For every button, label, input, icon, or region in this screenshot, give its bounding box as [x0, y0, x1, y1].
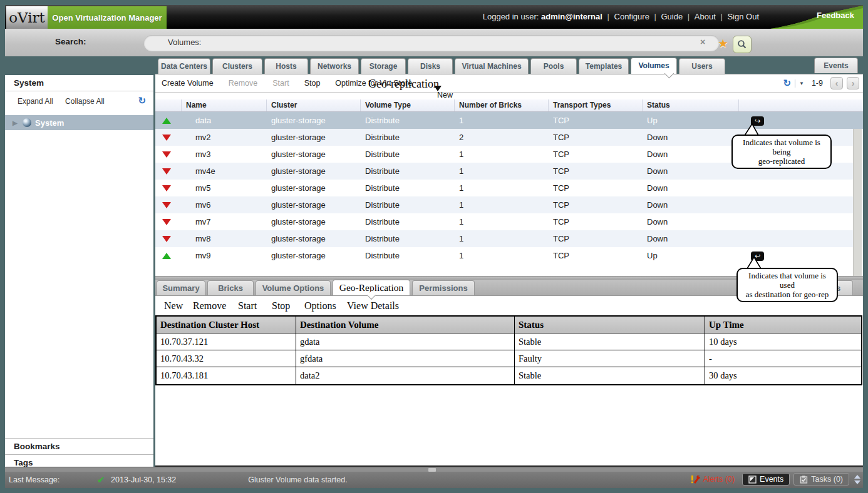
expand-all-link[interactable]: Expand All — [18, 97, 53, 106]
tree-refresh-icon[interactable]: ↻ — [138, 95, 146, 106]
volume-down-arrow-icon — [162, 219, 171, 225]
prev-page-button[interactable]: ‹ — [830, 77, 843, 89]
cell-bricks: 2 — [455, 129, 549, 146]
cell-status: Down — [643, 163, 739, 180]
header-link-sign-out[interactable]: Sign Out — [727, 12, 759, 21]
tab-data-centers[interactable]: Data Centers — [158, 58, 210, 74]
column-cluster[interactable]: Cluster — [267, 99, 361, 111]
cell-name: mv6 — [182, 196, 267, 213]
cell-volume-type: Distribute — [361, 180, 455, 196]
cell-cluster: gluster-storage — [267, 230, 361, 247]
bookmarks-section[interactable]: Bookmarks — [5, 438, 153, 454]
detail-tab-summary[interactable]: Summary — [157, 280, 205, 295]
detail-column-destination-cluster-host: Destination Cluster Host — [157, 317, 296, 333]
next-page-button[interactable]: › — [847, 77, 859, 89]
cell-bricks: 1 — [455, 213, 549, 230]
column-transport-types[interactable]: Transport Types — [549, 99, 643, 111]
last-message-text: Gluster Volume data started. — [248, 475, 347, 484]
callout-line: Indicates that volume is used — [743, 271, 832, 290]
cell-volume-type: Distribute — [361, 129, 455, 146]
table-row-mv6[interactable]: mv6gluster-storageDistribute1TCPDown — [155, 196, 863, 213]
geo-options-button[interactable]: Options — [304, 300, 336, 312]
annotation-new-label: New — [437, 91, 453, 99]
stop-button[interactable]: Stop — [304, 79, 321, 88]
geo-new-button[interactable]: New — [164, 300, 183, 312]
ovirt-admin-portal: oVirt Open Virtualization Manager Logged… — [0, 0, 868, 493]
geo-remove-button[interactable]: Remove — [193, 300, 226, 312]
column-status[interactable]: Status — [643, 99, 739, 111]
tab-pools[interactable]: Pools — [530, 58, 577, 74]
table-row-mv8[interactable]: mv8gluster-storageDistribute1TCPDown — [155, 230, 863, 247]
detail-tab-bricks[interactable]: Bricks — [207, 280, 254, 295]
geo-view-details-button[interactable]: View Details — [347, 300, 399, 312]
cell-name: data — [182, 112, 267, 129]
alerts-button[interactable]: Alerts (0) — [686, 474, 738, 485]
tasks-button[interactable]: Tasks (0) — [793, 473, 849, 485]
tab-virtual-machines[interactable]: Virtual Machines — [455, 58, 529, 74]
search-label: Search: — [55, 37, 86, 46]
separator: | — [683, 12, 695, 21]
tab-disks[interactable]: Disks — [408, 58, 453, 74]
geo-start-button[interactable]: Start — [238, 300, 257, 312]
feedback-label[interactable]: Feedback — [817, 11, 854, 20]
refresh-icon[interactable]: ↻ — [783, 78, 791, 89]
search-input[interactable]: Volumes: — [144, 35, 719, 51]
column-name[interactable]: Name — [182, 99, 267, 111]
last-message-label: Last Message: — [9, 475, 59, 484]
detail-cell: 30 days — [705, 367, 861, 384]
column-volume-type[interactable]: Volume Type — [361, 99, 455, 111]
cell-name: mv3 — [182, 146, 267, 163]
detail-cell: 10 days — [705, 333, 861, 350]
events-button[interactable]: Events — [742, 473, 790, 485]
tab-events[interactable]: Events — [814, 58, 858, 73]
header-link-about[interactable]: About — [695, 12, 716, 21]
create-volume-button[interactable]: Create Volume — [162, 79, 214, 88]
detail-row-10-70-37-121[interactable]: 10.70.37.121gdataStable10 days — [157, 333, 861, 350]
detail-cell: gfdata — [296, 350, 515, 367]
vertical-scrollbar[interactable] — [853, 129, 862, 276]
collapse-all-link[interactable]: Collapse All — [65, 97, 105, 106]
remove-button[interactable]: Remove — [229, 79, 258, 88]
expander-icon[interactable]: ▶ — [13, 119, 19, 126]
cell-name: mv9 — [182, 247, 267, 264]
detail-tab-permissions[interactable]: Permissions — [412, 280, 475, 295]
detail-row-10-70-43-32[interactable]: 10.70.43.32gfdataFaulty- — [157, 350, 861, 367]
tree-item-system[interactable]: ▶ System — [5, 115, 153, 130]
status-panel-toggle[interactable] — [854, 475, 860, 484]
page-range: 1-9 — [812, 79, 823, 88]
cell-bricks: 1 — [455, 112, 549, 129]
table-row-mv7[interactable]: mv7gluster-storageDistribute1TCPDown — [155, 213, 863, 230]
header-link-configure[interactable]: Configure — [614, 12, 649, 21]
tree-controls: Expand All Collapse All ↻ — [5, 91, 153, 111]
tab-templates[interactable]: Templates — [579, 58, 629, 74]
clear-search-icon[interactable]: × — [700, 37, 705, 47]
search-button[interactable] — [733, 36, 752, 53]
horizontal-scrollbar[interactable] — [5, 467, 863, 472]
tab-users[interactable]: Users — [679, 58, 725, 74]
status-arrow-cell — [155, 247, 182, 264]
geo-stop-button[interactable]: Stop — [272, 300, 290, 312]
cell-transport: TCP — [549, 112, 643, 129]
cell-cluster: gluster-storage — [267, 247, 361, 264]
tab-hosts[interactable]: Hosts — [264, 58, 308, 74]
header-link-guide[interactable]: Guide — [661, 12, 683, 21]
magnifier-icon — [737, 39, 747, 49]
cell-cluster: gluster-storage — [267, 163, 361, 180]
cell-bricks: 1 — [455, 146, 549, 163]
refresh-options-caret-icon[interactable]: ▼ — [799, 81, 804, 86]
bookmark-star-icon[interactable]: ★ — [718, 36, 728, 51]
cell-cluster: gluster-storage — [267, 129, 361, 146]
detail-tab-volume-options[interactable]: Volume Options — [256, 280, 331, 295]
status-arrow-cell — [155, 146, 182, 163]
tab-storage[interactable]: Storage — [361, 58, 406, 74]
tab-networks[interactable]: Networks — [310, 58, 359, 74]
cell-name: mv5 — [182, 180, 267, 196]
column-number-of-bricks[interactable]: Number of Bricks — [455, 99, 549, 111]
detail-row-10-70-43-181[interactable]: 10.70.43.181data2Stable30 days — [157, 367, 861, 384]
tasks-label: Tasks (0) — [811, 475, 843, 484]
volume-up-arrow-icon — [162, 118, 171, 124]
system-tree-header: System — [5, 75, 153, 91]
tab-clusters[interactable]: Clusters — [212, 58, 262, 74]
start-button[interactable]: Start — [272, 79, 289, 88]
table-row-mv5[interactable]: mv5gluster-storageDistribute1TCPDown — [155, 180, 863, 196]
